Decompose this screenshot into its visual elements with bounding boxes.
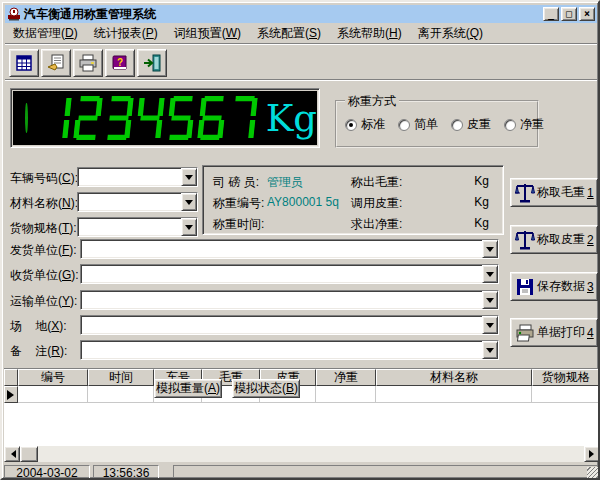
menu-system-config[interactable]: 系统配置(S) (249, 23, 329, 44)
weigh-mode-radio[interactable] (451, 119, 463, 131)
simulate-weight-button[interactable]: 模拟重量(A) (154, 379, 222, 398)
weigh-mode-option-label[interactable]: 净重 (520, 116, 544, 133)
scale-icon (515, 229, 535, 251)
horizontal-scrollbar[interactable] (4, 446, 600, 462)
transporter-value[interactable] (81, 291, 482, 309)
arrow-right-icon (589, 450, 598, 458)
receiver-label: 收货单位(G): (10, 267, 79, 284)
window-title: 汽车衡通用称重管理系统 (24, 6, 156, 23)
grid-header-row: 编号 时间 车号 毛重 皮重 净重 材料名称 货物规格 (4, 369, 600, 386)
vehicle-number-combo[interactable] (77, 167, 198, 187)
weigh-mode-radio[interactable] (504, 119, 516, 131)
scroll-left-button[interactable] (4, 446, 20, 462)
grid-header-net[interactable]: 净重 (316, 369, 376, 386)
weigh-mode-title: 称重方式 (345, 93, 399, 110)
grid-header-time[interactable]: 时间 (88, 369, 154, 386)
toolbar: ? (5, 46, 597, 80)
print-icon (79, 54, 97, 72)
exit-toolbar-button[interactable] (137, 49, 167, 77)
shipper-combo[interactable] (80, 239, 499, 259)
remark-combo[interactable] (80, 340, 499, 360)
grid-header-marker (4, 369, 18, 386)
goods-spec-label: 货物规格(T): (10, 220, 77, 237)
weigh-mode-group: 称重方式 标准 简单 皮重 净重 (335, 100, 539, 148)
scrollbar-thumb[interactable] (20, 446, 38, 462)
shipper-value[interactable] (81, 240, 482, 258)
grid-header-number[interactable]: 编号 (18, 369, 88, 386)
help-toolbar-button[interactable]: ? (105, 49, 135, 77)
arrow-left-icon (7, 450, 16, 458)
report-toolbar-button[interactable] (41, 49, 71, 77)
print-receipt-button[interactable]: 单据打印4 (510, 318, 598, 347)
scroll-right-button[interactable] (584, 446, 600, 462)
weigh-mode-radio[interactable] (398, 119, 410, 131)
weigh-mode-option-label[interactable]: 简单 (414, 116, 438, 133)
stable-indicator-lamp (25, 103, 28, 133)
weigh-tare-label: 称取皮重 (537, 231, 585, 248)
material-name-value[interactable] (78, 193, 181, 211)
resize-grip[interactable] (587, 467, 599, 479)
site-combo[interactable] (80, 315, 499, 335)
site-dropdown[interactable] (482, 316, 498, 334)
weigh-info-panel: 司 磅 员: 管理员 称出毛重: Kg 称重编号: AY800001 5q 调用… (202, 165, 504, 235)
weigh-gross-button[interactable]: 称取毛重1 (510, 178, 598, 207)
simulate-status-button[interactable]: 模拟状态(B) (232, 379, 300, 398)
weigh-gross-key: 1 (587, 186, 594, 200)
receiver-value[interactable] (81, 265, 482, 283)
vehicle-number-dropdown[interactable] (181, 168, 197, 186)
status-empty-panel (173, 465, 600, 480)
scale-icon (515, 182, 535, 204)
app-icon (7, 7, 21, 21)
cell-net[interactable] (316, 386, 376, 403)
remark-dropdown[interactable] (482, 341, 498, 359)
maximize-button[interactable]: □ (561, 7, 577, 21)
cell-material[interactable] (376, 386, 532, 403)
weigh-tare-button[interactable]: 称取皮重2 (510, 225, 598, 254)
minimize-button[interactable]: _ (543, 7, 559, 21)
close-button[interactable]: × (579, 7, 595, 21)
title-bar: 汽车衡通用称重管理系统 _ □ × (5, 5, 597, 23)
current-row-marker (4, 386, 18, 403)
print-toolbar-button[interactable] (73, 49, 103, 77)
tare-weight-unit: Kg (474, 195, 489, 209)
goods-spec-combo[interactable] (77, 217, 198, 237)
weigh-mode-option-label[interactable]: 皮重 (467, 116, 491, 133)
menu-exit-system[interactable]: 离开系统(Q) (410, 23, 491, 44)
chevron-down-icon (185, 200, 193, 209)
transporter-combo[interactable] (80, 290, 499, 310)
vehicle-number-value[interactable] (78, 168, 181, 186)
menu-statistics-report[interactable]: 统计报表(P) (86, 23, 166, 44)
grid-header-material[interactable]: 材料名称 (376, 369, 532, 386)
material-name-dropdown[interactable] (181, 193, 197, 211)
data-grid-toolbar-button[interactable] (9, 49, 39, 77)
cell-spec[interactable] (532, 386, 600, 403)
records-grid[interactable]: 编号 时间 车号 毛重 皮重 净重 材料名称 货物规格 (4, 368, 600, 446)
shipper-dropdown[interactable] (482, 240, 498, 258)
menu-system-help[interactable]: 系统帮助(H) (329, 23, 410, 44)
weigh-mode-radio[interactable] (345, 119, 357, 131)
save-data-button[interactable]: 保存数据3 (510, 272, 598, 301)
receiver-combo[interactable] (80, 264, 499, 284)
receiver-dropdown[interactable] (482, 265, 498, 283)
tare-weight-label: 调用皮重: (351, 195, 402, 212)
weigh-mode-option-label[interactable]: 标准 (361, 116, 385, 133)
weigh-number-value: AY800001 5q (267, 195, 339, 209)
chevron-down-icon (185, 225, 193, 234)
menu-data-management[interactable]: 数据管理(D) (5, 23, 86, 44)
operator-label: 司 磅 员: (213, 174, 259, 191)
menu-phrase-preset[interactable]: 词组预置(W) (166, 23, 249, 44)
goods-spec-value[interactable] (78, 218, 181, 236)
chevron-down-icon (486, 298, 494, 307)
transporter-dropdown[interactable] (482, 291, 498, 309)
net-weight-unit: Kg (474, 216, 489, 230)
table-row[interactable] (4, 386, 600, 403)
cell-time[interactable] (88, 386, 154, 403)
led-display: Kg (13, 91, 317, 145)
grid-header-spec[interactable]: 货物规格 (532, 369, 600, 386)
site-value[interactable] (81, 316, 482, 334)
goods-spec-dropdown[interactable] (181, 218, 197, 236)
remark-value[interactable] (81, 341, 482, 359)
app-window: 汽车衡通用称重管理系统 _ □ × 数据管理(D) 统计报表(P) 词组预置(W… (0, 0, 600, 480)
cell-number[interactable] (18, 386, 88, 403)
material-name-combo[interactable] (77, 192, 198, 212)
